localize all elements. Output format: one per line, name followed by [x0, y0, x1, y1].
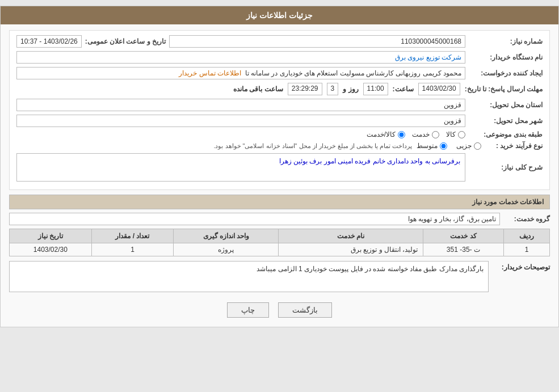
deadline-date: 1403/02/30 — [418, 83, 460, 95]
deadline-label: مهلت ارسال پاسخ: تا تاریخ: — [465, 85, 543, 93]
need-description-row: شرح کلی نیاز: برفرسانی به واحد دامداری خ… — [16, 153, 543, 182]
deadline-day-label: روز و — [343, 85, 358, 93]
need-number-value: 1103000045000168 — [169, 35, 465, 48]
service-group-row: گروه خدمت: تامین برق، گاز، بخار و تهویه … — [9, 213, 550, 225]
cell-unit: پروژه — [174, 243, 279, 256]
col-date: تاریخ نیاز — [10, 229, 92, 243]
page-title: جزئیات اطلاعات نیاز — [246, 11, 313, 20]
cell-row: 1 — [504, 243, 550, 256]
category-kala-radio[interactable] — [458, 131, 465, 138]
col-row: ردیف — [504, 229, 550, 243]
services-section: اطلاعات خدمات مورد نیاز گروه خدمت: تامین… — [9, 195, 550, 256]
need-number-label: شماره نیاز: — [469, 37, 543, 45]
category-both-radio[interactable] — [398, 131, 405, 138]
province-value: قزوین — [16, 99, 465, 111]
buyer-org-row: نام دستگاه خریدار: شرکت توزیع نیروی برق — [16, 51, 543, 64]
page-header: جزئیات اطلاعات نیاز — [1, 6, 558, 24]
buyer-org-value: شرکت توزیع نیروی برق — [16, 51, 465, 64]
cell-count: 1 — [91, 243, 174, 256]
city-label: شهر محل تحویل: — [469, 117, 543, 125]
cell-code: ت -35- 351 — [423, 243, 504, 256]
category-row: طبقه بندی موضوعی: کالا خدمت کالا/خدمت — [16, 130, 543, 138]
cell-name: تولید، انتقال و توزیع برق — [279, 243, 423, 256]
creator-value: محمود کریمی روزبهانی کارشناس مسولیت استع… — [16, 67, 465, 79]
col-unit: واحد اندازه گیری — [174, 229, 279, 243]
category-radio-group: کالا خدمت کالا/خدمت — [367, 130, 465, 138]
buyer-org-label: نام دستگاه خریدار: — [469, 53, 543, 61]
category-kala-item[interactable]: کالا — [446, 130, 465, 138]
purchase-row: نوع فرآیند خرید : جزیی متوسط پرداخت تمام… — [16, 142, 543, 150]
deadline-time-label: ساعت: — [393, 85, 414, 93]
purchase-jozi-radio[interactable] — [474, 142, 481, 150]
purchase-motevaset-label: متوسط — [417, 142, 438, 150]
creator-link[interactable]: اطلاعات تماس خریدار — [179, 69, 241, 77]
deadline-remaining: 23:29:29 — [288, 83, 322, 95]
content-area: شماره نیاز: 1103000045000168 تاریخ و ساع… — [1, 24, 558, 327]
service-group-value: تامین برق، گاز، بخار و تهویه هوا — [9, 213, 500, 225]
info-section: شماره نیاز: 1103000045000168 تاریخ و ساع… — [9, 30, 550, 190]
category-both-label: کالا/خدمت — [367, 130, 396, 138]
table-row: 1 ت -35- 351 تولید، انتقال و توزیع برق پ… — [10, 243, 550, 256]
category-kala-label: کالا — [446, 130, 456, 138]
table-header-row: ردیف کد خدمت نام خدمت واحد اندازه گیری ت… — [10, 229, 550, 243]
province-row: استان محل تحویل: قزوین — [16, 99, 543, 111]
announce-label: تاریخ و ساعت اعلان عمومی: — [85, 37, 166, 45]
creator-row: ایجاد کننده درخواست: محمود کریمی روزبهان… — [16, 67, 543, 79]
need-description-value: برفرسانی به واحد دامداری خانم فریده امین… — [16, 153, 465, 182]
col-code: کد خدمت — [423, 229, 504, 243]
purchase-jozi-label: جزیی — [456, 142, 472, 150]
buttons-row: بازگشت چاپ — [9, 297, 550, 321]
purchase-radio-group: جزیی متوسط — [417, 142, 481, 150]
services-table: ردیف کد خدمت نام خدمت واحد اندازه گیری ت… — [9, 229, 550, 256]
purchase-motevaset-item[interactable]: متوسط — [417, 142, 447, 150]
deadline-remaining-label: ساعت باقی مانده — [233, 85, 283, 93]
purchase-note: پرداخت تمام یا بخشی از مبلغ خریدار از مح… — [213, 142, 412, 150]
category-khedmat-label: خدمت — [412, 130, 430, 138]
province-label: استان محل تحویل: — [469, 101, 543, 109]
city-row: شهر محل تحویل: قزوین — [16, 115, 543, 127]
cell-date: 1403/02/30 — [10, 243, 92, 256]
need-number-row: شماره نیاز: 1103000045000168 تاریخ و ساع… — [16, 35, 543, 48]
category-khedmat-item[interactable]: خدمت — [412, 130, 439, 138]
deadline-time: 11:00 — [363, 83, 388, 95]
category-label: طبقه بندی موضوعی: — [469, 130, 543, 138]
deadline-row: مهلت ارسال پاسخ: تا تاریخ: 1403/02/30 سا… — [16, 83, 543, 95]
page-wrapper: جزئیات اطلاعات نیاز شماره نیاز: 11030000… — [0, 6, 559, 327]
purchase-jozi-item[interactable]: جزیی — [456, 142, 481, 150]
creator-label: ایجاد کننده درخواست: — [469, 69, 543, 77]
back-button[interactable]: بازگشت — [278, 302, 332, 318]
purchase-motevaset-radio[interactable] — [440, 142, 447, 150]
city-value: قزوین — [16, 115, 465, 127]
service-group-label: گروه خدمت: — [505, 215, 550, 223]
deadline-day: 3 — [327, 83, 339, 95]
purchase-label: نوع فرآیند خرید : — [486, 142, 543, 150]
announce-value: 1403/02/26 - 10:37 — [16, 35, 82, 48]
col-name: نام خدمت — [279, 229, 423, 243]
buyer-notes-value: بارگذاری مدارک طبق مفاد خواسته شده در فا… — [9, 261, 489, 292]
category-khedmat-radio[interactable] — [432, 131, 439, 138]
buyer-notes-label: توصیحات خریدار: — [493, 261, 550, 271]
services-title: اطلاعات خدمات مورد نیاز — [9, 195, 550, 209]
buyer-notes-row: توصیحات خریدار: بارگذاری مدارک طبق مفاد … — [9, 261, 550, 292]
print-button[interactable]: چاپ — [227, 302, 269, 318]
need-description-label: شرح کلی نیاز: — [469, 163, 543, 171]
category-both-item[interactable]: کالا/خدمت — [367, 130, 405, 138]
col-count: تعداد / مقدار — [91, 229, 174, 243]
